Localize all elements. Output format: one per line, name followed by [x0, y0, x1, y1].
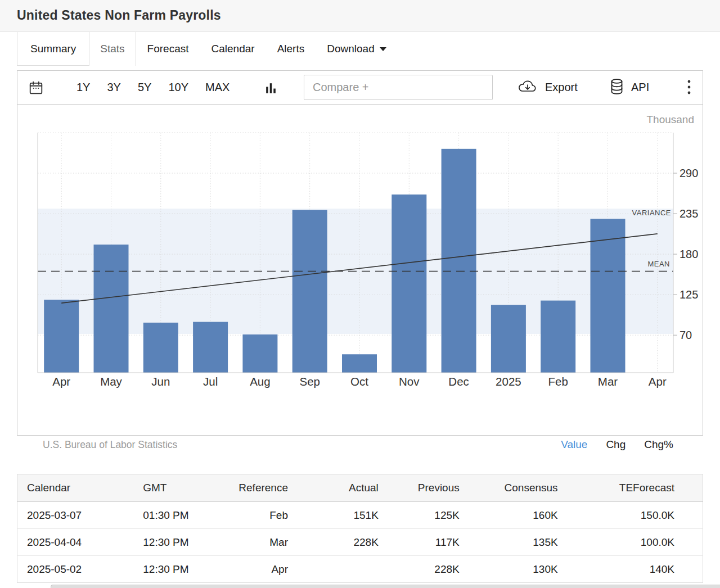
col-header-reference: Reference: [222, 474, 307, 502]
chevron-down-icon: [380, 47, 386, 51]
table-header-row: CalendarGMTReferenceActualPreviousConsen…: [17, 474, 703, 502]
bar-nov[interactable]: [392, 195, 426, 373]
bar-jun[interactable]: [143, 323, 178, 373]
view-toggle-group: ValueChgChg%: [561, 438, 673, 451]
x-tick-label: Nov: [399, 375, 420, 388]
x-tick-label: Feb: [548, 375, 568, 388]
api-label: API: [631, 81, 649, 94]
chart-toolbar: 1Y3Y5Y10YMAX Export: [17, 71, 703, 105]
x-tick-label: Mar: [598, 375, 618, 388]
x-tick-label: Jul: [203, 375, 218, 388]
bar-aug[interactable]: [242, 334, 277, 373]
next-section-edge: [51, 585, 720, 588]
tab-forecast[interactable]: Forecast: [136, 32, 200, 66]
releases-table-wrap: CalendarGMTReferenceActualPreviousConsen…: [17, 474, 703, 583]
chart-card: 1Y3Y5Y10YMAX Export: [17, 70, 703, 436]
chart-region: Thousand 70125180235290AprMayJunJulAugSe…: [17, 105, 703, 402]
y-tick-label: 125: [680, 288, 698, 301]
range-button-5y[interactable]: 5Y: [138, 81, 151, 94]
range-button-3y[interactable]: 3Y: [107, 81, 120, 94]
range-selector: 1Y3Y5Y10YMAX: [76, 71, 230, 104]
calendar-icon[interactable]: [29, 80, 43, 97]
page: United States Non Farm Payrolls SummaryS…: [0, 0, 720, 588]
compare-input[interactable]: [304, 75, 493, 100]
table-cell: 228K: [395, 556, 476, 583]
range-button-10y[interactable]: 10Y: [168, 81, 188, 94]
database-icon: [609, 78, 624, 97]
table-cell: [307, 556, 395, 583]
bar-feb[interactable]: [541, 301, 575, 373]
y-tick-label: 235: [680, 207, 698, 220]
table-cell: 140K: [575, 556, 703, 583]
table-row: 2025-04-0412:30 PMMar228K117K135K100.0K: [17, 529, 703, 556]
kebab-menu-icon[interactable]: [686, 79, 692, 99]
x-tick-label: Sep: [299, 375, 320, 388]
tab-label: Download: [327, 43, 375, 55]
chart-footer: U.S. Bureau of Labor Statistics ValueChg…: [17, 437, 703, 454]
page-title: United States Non Farm Payrolls: [17, 8, 221, 23]
bar-sep[interactable]: [292, 210, 327, 373]
variance-label: VARIANCE: [632, 209, 672, 217]
x-tick-label: Oct: [350, 375, 368, 388]
table-cell: Feb: [222, 502, 307, 529]
bar-chart-type-icon[interactable]: [264, 81, 278, 97]
api-button[interactable]: API: [609, 71, 649, 104]
cloud-download-icon: [517, 78, 538, 97]
tab-label: Summary: [30, 43, 76, 55]
range-button-1y[interactable]: 1Y: [76, 81, 90, 94]
tab-label: Alerts: [277, 43, 305, 55]
x-tick-label: Jun: [151, 375, 170, 388]
releases-table: CalendarGMTReferenceActualPreviousConsen…: [17, 474, 703, 583]
view-toggle-value[interactable]: Value: [561, 438, 587, 451]
tab-alerts[interactable]: Alerts: [266, 32, 316, 66]
table-cell: 150.0K: [575, 502, 703, 529]
bar-apr[interactable]: [44, 300, 79, 373]
table-cell: 160K: [476, 502, 575, 529]
y-tick-label: 70: [680, 329, 692, 341]
range-button-max[interactable]: MAX: [205, 81, 230, 94]
page-header: United States Non Farm Payrolls: [0, 0, 720, 32]
table-cell: 117K: [395, 529, 476, 556]
payrolls-bar-chart: 70125180235290AprMayJunJulAugSepOctNovDe…: [17, 105, 703, 397]
table-cell: 151K: [307, 502, 395, 529]
bar-oct[interactable]: [342, 354, 377, 373]
table-cell: 2025-04-04: [17, 529, 133, 556]
source-attribution: U.S. Bureau of Labor Statistics: [43, 439, 177, 451]
col-header-teforecast: TEForecast: [575, 474, 703, 502]
tab-calendar[interactable]: Calendar: [200, 32, 266, 66]
table-cell: 01:30 PM: [132, 502, 222, 529]
table-cell: 12:30 PM: [132, 529, 222, 556]
table-row: 2025-05-0212:30 PMApr228K130K140K: [17, 556, 703, 583]
table-cell: 2025-03-07: [17, 502, 133, 529]
table-cell: 130K: [476, 556, 575, 583]
col-header-actual: Actual: [307, 474, 395, 502]
bar-2025[interactable]: [491, 305, 526, 373]
tab-summary[interactable]: Summary: [17, 32, 89, 66]
bar-jul[interactable]: [193, 322, 228, 373]
tab-label: Stats: [100, 43, 124, 55]
bar-mar[interactable]: [591, 219, 626, 373]
view-toggle-chg-pct[interactable]: Chg%: [644, 438, 673, 451]
x-tick-label: Apr: [649, 375, 667, 388]
y-tick-label: 290: [680, 167, 698, 179]
col-header-consensus: Consensus: [476, 474, 575, 502]
table-cell: 135K: [476, 529, 575, 556]
x-tick-label: May: [100, 375, 122, 388]
tab-bar: SummaryStatsForecastCalendarAlertsDownlo…: [17, 32, 398, 66]
bar-dec[interactable]: [442, 149, 476, 373]
view-toggle-chg[interactable]: Chg: [606, 438, 626, 451]
tab-stats[interactable]: Stats: [89, 32, 136, 66]
table-cell: 2025-05-02: [17, 556, 133, 583]
x-tick-label: Dec: [448, 375, 469, 388]
col-header-calendar: Calendar: [17, 474, 133, 502]
table-cell: 100.0K: [575, 529, 703, 556]
y-tick-label: 180: [680, 248, 698, 260]
col-header-gmt: GMT: [132, 474, 222, 502]
table-cell: Mar: [222, 529, 307, 556]
tab-download[interactable]: Download: [316, 32, 398, 66]
export-button[interactable]: Export: [517, 71, 578, 104]
bar-may[interactable]: [94, 245, 129, 373]
export-label: Export: [545, 81, 578, 94]
table-cell: Apr: [222, 556, 307, 583]
x-tick-label: Apr: [52, 375, 70, 388]
